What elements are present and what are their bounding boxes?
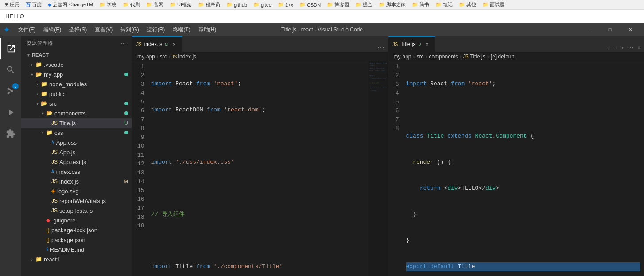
rcode-line-4: render () { <box>406 158 641 167</box>
tree-root-react[interactable]: ▾ REACT <box>21 50 132 60</box>
left-editor-split[interactable]: ⋯ <box>377 43 384 52</box>
json-icon-packagelock: {} <box>46 227 50 233</box>
bookmark-1px[interactable]: 📁 1+x <box>275 1 296 8</box>
menu-goto[interactable]: 转到(G) <box>117 25 142 35</box>
changetm-icon: ◆ <box>48 2 51 8</box>
vscode-window: ✦ 文件(F) 编辑(E) 选择(S) 查看(V) 转到(G) 运行(R) 终端… <box>0 23 644 276</box>
menu-view[interactable]: 查看(V) <box>91 25 116 35</box>
editors-split: JS index.js M × ⋯ my-app › <box>132 36 644 276</box>
close-button[interactable]: ✕ <box>620 23 640 36</box>
bookmark-school[interactable]: 📁 学校 <box>97 1 119 8</box>
tree-item-myapp[interactable]: ▾ 📂 my-app <box>21 69 132 79</box>
tree-item-appjs[interactable]: JS App.js <box>21 147 132 157</box>
tree-item-titlejs[interactable]: JS Title.js U <box>21 118 132 128</box>
tree-label-react: REACT <box>32 52 132 58</box>
folder-icon-react1: 📁 <box>35 256 42 262</box>
bookmarks-bar: ⊞ 应用 百 百度 ◆ 启嘉网-ChangeTM 📁 学校 📁 代刷 📁 官网 … <box>0 0 644 10</box>
tree-item-vscode[interactable]: › 📁 .vscode <box>21 60 132 69</box>
rcode-line-7: } <box>406 236 641 245</box>
tree-item-indexjs[interactable]: JS index.js M <box>21 176 132 186</box>
bookmark-github[interactable]: 📁 github <box>224 1 250 8</box>
tree-item-appcss[interactable]: # App.css <box>21 138 132 147</box>
tree-item-src[interactable]: ▾ 📂 src <box>21 99 132 108</box>
tree-item-reportwv[interactable]: JS reportWebVitals.js <box>21 196 132 206</box>
menu-terminal[interactable]: 终端(T) <box>169 25 194 35</box>
tree-item-packagelock[interactable]: {} package-lock.json <box>21 225 132 235</box>
menu-select[interactable]: 选择(S) <box>66 25 90 35</box>
ln-12: 12 <box>137 160 144 169</box>
tree-item-indexcss[interactable]: # index.css <box>21 167 132 176</box>
main-content: 3 资源管理器 ··· ▾ REACT <box>0 36 644 276</box>
activity-source-control[interactable]: 3 <box>0 80 21 102</box>
folder-icon-11: 📁 <box>355 2 361 8</box>
bookmark-changetm[interactable]: ◆ 启嘉网-ChangeTM <box>45 1 96 8</box>
bookmark-juejin[interactable]: 📁 掘金 <box>353 1 375 8</box>
bookmark-csdn[interactable]: 📁 CSDN <box>297 1 323 8</box>
tree-item-css[interactable]: › 📁 css <box>21 128 132 138</box>
svg-icon-logosvg: ◈ <box>51 188 55 194</box>
rln-2: 2 <box>394 71 399 80</box>
rln-4: 4 <box>394 89 399 98</box>
right-editor-close[interactable]: × <box>637 45 640 51</box>
code-line-8: import Title from './components/Title' <box>151 262 365 271</box>
bookmark-programmer[interactable]: 📁 程序员 <box>195 1 223 8</box>
right-tab-titlejs[interactable]: JS Title.js U × <box>388 36 436 52</box>
tree-item-public[interactable]: › 📁 public <box>21 89 132 99</box>
menu-run[interactable]: 运行(R) <box>144 25 169 35</box>
bookmark-apps[interactable]: ⊞ 应用 <box>2 1 22 8</box>
maximize-button[interactable]: □ <box>600 23 620 36</box>
tree-item-logosvg[interactable]: ◈ logo.svg <box>21 186 132 196</box>
left-tab-indexjs[interactable]: JS index.js M × <box>132 36 182 52</box>
tree-label-public: public <box>49 91 132 97</box>
menu-file[interactable]: 文件(F) <box>15 25 39 35</box>
folder-icon-4: 📁 <box>170 2 176 8</box>
tree-item-react1[interactable]: › 📁 react1 <box>21 254 132 264</box>
rcode-line-5: return <div>HELLO</div> <box>406 184 641 193</box>
activity-run[interactable] <box>0 102 21 123</box>
css-icon-indexcss: # <box>51 169 54 175</box>
menu-bar: 文件(F) 编辑(E) 选择(S) 查看(V) 转到(G) 运行(R) 终端(T… <box>15 25 220 35</box>
ln-16: 16 <box>137 195 144 204</box>
tree-arrow-public: › <box>34 92 41 96</box>
bookmark-uiframe[interactable]: 📁 UI框架 <box>167 1 194 8</box>
right-code-lines[interactable]: import React from 'react'; class Title e… <box>403 61 644 276</box>
sidebar-more-button[interactable]: ··· <box>121 41 126 46</box>
left-tab-close[interactable]: × <box>171 41 178 48</box>
bookmark-cnblogs[interactable]: 📁 博客园 <box>324 1 352 8</box>
tree-item-apptestjs[interactable]: JS App.test.js <box>21 157 132 167</box>
tree-label-titlejs: Title.js <box>59 120 124 126</box>
menu-help[interactable]: 帮助(H) <box>195 25 220 35</box>
left-code-content[interactable]: 1 2 3 4 5 6 7 8 9 10 11 12 13 <box>132 61 388 276</box>
minimize-button[interactable]: − <box>579 23 600 36</box>
bookmark-baidu[interactable]: 百 百度 <box>23 1 44 8</box>
bookmark-guanwang[interactable]: 📁 官网 <box>144 1 166 8</box>
activity-search[interactable] <box>0 59 21 80</box>
tree-item-components[interactable]: ▾ 📂 components <box>21 108 132 118</box>
bookmark-gitee[interactable]: 📁 gitee <box>251 1 274 8</box>
tree-label-apptestjs: App.test.js <box>59 159 132 165</box>
tree-label-packagejson: package.json <box>51 237 132 243</box>
activity-extensions[interactable] <box>0 123 21 144</box>
bookmark-interview[interactable]: 📁 面试题 <box>480 1 507 8</box>
right-editor-more[interactable]: ⋯ <box>627 43 634 52</box>
bookmark-notes[interactable]: 📁 笔记 <box>433 1 455 8</box>
bookmark-dashang[interactable]: 📁 代刷 <box>120 1 143 8</box>
rln-3: 3 <box>394 80 399 89</box>
menu-edit[interactable]: 编辑(E) <box>40 25 65 35</box>
left-code-lines[interactable]: import React from 'react'; import ReactD… <box>148 61 368 276</box>
bookmark-jianshu[interactable]: 📁 简书 <box>409 1 432 8</box>
right-code-content[interactable]: 1 2 3 4 5 6 7 8 import React from 'react… <box>388 61 644 276</box>
tree-item-packagejson[interactable]: {} package.json <box>21 235 132 245</box>
folder-icon-2: 📁 <box>123 2 129 8</box>
tree-item-nodemodules[interactable]: › 📁 node_modules <box>21 79 132 89</box>
bookmark-other[interactable]: 📁 其他 <box>456 1 479 8</box>
right-tab-close[interactable]: × <box>423 41 431 48</box>
right-editor-icon1[interactable]: ⟵⟶ <box>608 45 623 51</box>
rln-7: 7 <box>394 115 399 124</box>
bookmark-jiaobenzj[interactable]: 📁 脚本之家 <box>376 1 408 8</box>
tree-item-readme[interactable]: ℹ README.md <box>21 245 132 254</box>
ln-15: 15 <box>137 186 144 195</box>
tree-item-setuptests[interactable]: JS setupTests.js <box>21 206 132 215</box>
tree-item-gitignore[interactable]: ◆ .gitignore <box>21 215 132 225</box>
activity-explorer[interactable] <box>0 38 21 59</box>
